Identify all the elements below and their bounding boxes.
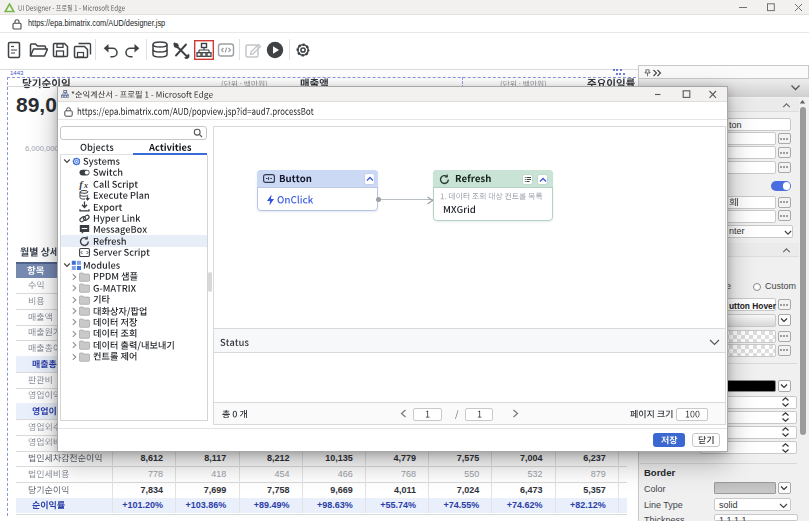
svg-text:x: x (83, 180, 88, 189)
